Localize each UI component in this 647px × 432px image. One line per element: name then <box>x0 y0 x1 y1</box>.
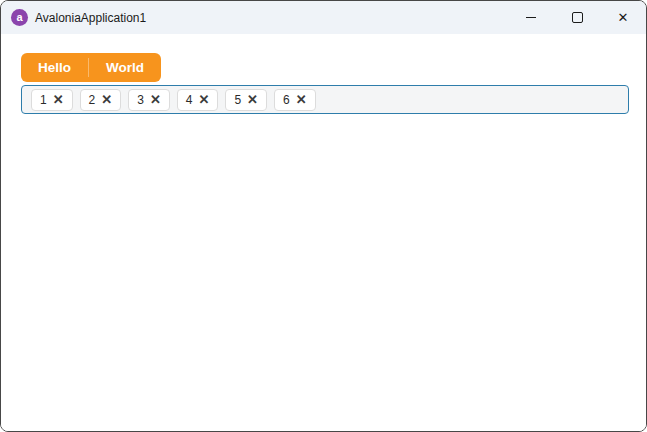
tag-chip[interactable]: 3 ✕ <box>128 89 170 111</box>
tag-remove-icon[interactable]: ✕ <box>53 93 64 106</box>
tag-label: 3 <box>137 93 144 107</box>
tag-label: 4 <box>186 93 193 107</box>
window-content: Hello World 1 ✕ 2 ✕ 3 ✕ 4 ✕ 5 <box>1 34 646 431</box>
title-bar[interactable]: a AvaloniaApplication1 ✕ <box>1 1 646 34</box>
minimize-icon <box>526 17 536 18</box>
tag-chip[interactable]: 4 ✕ <box>177 89 219 111</box>
tag-chip[interactable]: 6 ✕ <box>274 89 316 111</box>
tag-remove-icon[interactable]: ✕ <box>150 93 161 106</box>
window-title: AvaloniaApplication1 <box>35 11 146 25</box>
tag-chip[interactable]: 2 ✕ <box>80 89 122 111</box>
tag-remove-icon[interactable]: ✕ <box>101 93 112 106</box>
hello-button[interactable]: Hello <box>21 53 88 82</box>
tag-remove-icon[interactable]: ✕ <box>247 93 258 106</box>
app-icon-letter: a <box>16 12 22 23</box>
tag-label: 6 <box>283 93 290 107</box>
minimize-button[interactable] <box>508 1 554 34</box>
hello-world-split-button: Hello World <box>21 53 161 82</box>
tag-label: 1 <box>40 93 47 107</box>
tag-chip[interactable]: 1 ✕ <box>31 89 73 111</box>
world-button[interactable]: World <box>89 53 161 82</box>
tag-chip[interactable]: 5 ✕ <box>225 89 267 111</box>
tag-label: 5 <box>234 93 241 107</box>
avalonia-app-icon: a <box>11 9 28 26</box>
close-button[interactable]: ✕ <box>600 1 646 34</box>
caption-buttons: ✕ <box>508 1 646 34</box>
maximize-icon <box>572 12 583 23</box>
maximize-button[interactable] <box>554 1 600 34</box>
app-window: a AvaloniaApplication1 ✕ Hello World 1 ✕ <box>0 0 647 432</box>
close-icon: ✕ <box>618 11 629 24</box>
tag-input-box[interactable]: 1 ✕ 2 ✕ 3 ✕ 4 ✕ 5 ✕ 6 ✕ <box>21 85 629 114</box>
tag-label: 2 <box>89 93 96 107</box>
tag-remove-icon[interactable]: ✕ <box>198 93 209 106</box>
tag-remove-icon[interactable]: ✕ <box>296 93 307 106</box>
